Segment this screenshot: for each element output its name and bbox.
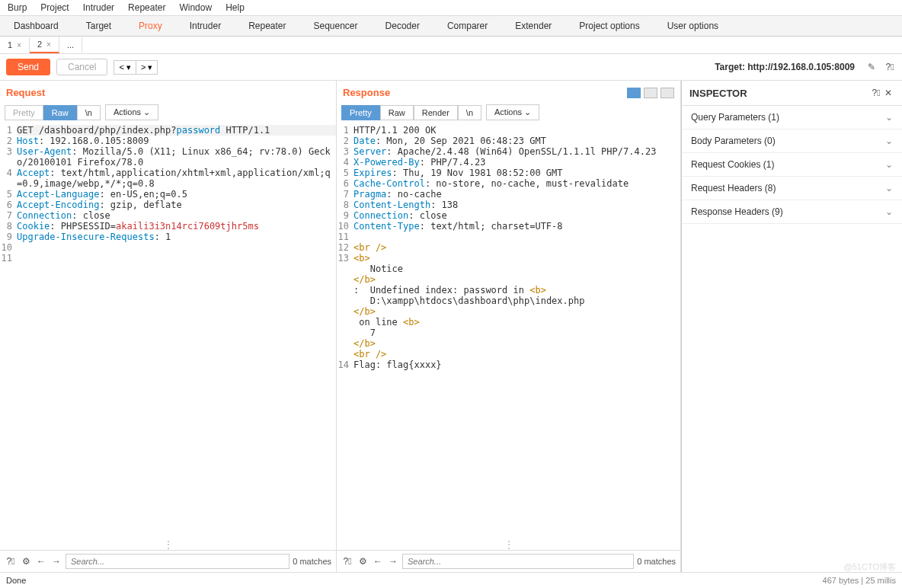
line-number: 5 [337, 168, 353, 178]
line-number: 5 [0, 189, 17, 200]
close-icon[interactable]: ✕ [882, 87, 894, 99]
help-icon[interactable]: ?⃝ [5, 555, 17, 567]
repeater-tab[interactable]: ... [59, 37, 82, 53]
line-number: 10 [337, 221, 353, 232]
line-number: 9 [0, 232, 17, 242]
line-number [337, 306, 353, 317]
inspector-section[interactable]: Request Headers (8)⌄ [682, 177, 902, 200]
repeater-tab[interactable]: 2× [30, 37, 59, 53]
response-search-input[interactable] [402, 554, 634, 569]
tool-tab-sequencer[interactable]: Sequencer [300, 16, 372, 36]
line-number: 3 [0, 146, 17, 168]
resize-handle[interactable]: ⋮ [0, 539, 336, 550]
view-tab[interactable]: \n [458, 105, 481, 120]
line-number: 11 [337, 232, 353, 242]
menu-project[interactable]: Project [40, 2, 69, 13]
tool-tab-dashboard[interactable]: Dashboard [0, 16, 72, 36]
menu-burp[interactable]: Burp [8, 2, 27, 13]
repeater-tabs: 1×2×... [0, 37, 902, 54]
tool-tabs: DashboardTargetProxyIntruderRepeaterSequ… [0, 16, 902, 37]
inspector-section[interactable]: Query Parameters (1)⌄ [682, 106, 902, 129]
status-bar: Done 467 bytes | 25 millis [0, 572, 902, 588]
line-number: 1 [337, 125, 353, 136]
response-match-count: 0 matches [637, 557, 676, 566]
line-number: 2 [337, 136, 353, 146]
repeater-tab[interactable]: 1× [0, 37, 30, 53]
line-number [337, 264, 353, 274]
gear-icon[interactable]: ⚙ [20, 555, 32, 567]
tool-tab-proxy[interactable]: Proxy [125, 16, 176, 36]
line-number: 14 [337, 360, 353, 370]
view-tab[interactable]: Raw [380, 105, 414, 120]
cancel-button[interactable]: Cancel [56, 59, 107, 75]
view-tab[interactable]: Pretty [341, 105, 380, 120]
actions-menu[interactable]: Actions ⌄ [486, 104, 539, 120]
layout-single-icon[interactable] [661, 88, 674, 98]
status-right: 467 bytes | 25 millis [823, 576, 896, 585]
tool-tab-comparer[interactable]: Comparer [433, 16, 501, 36]
nav-next-icon[interactable]: → [387, 555, 399, 567]
line-number: 1 [0, 125, 17, 136]
target-label: Target: http://192.168.0.105:8009 [715, 62, 855, 72]
line-number: 13 [337, 253, 353, 264]
nav-next-icon[interactable]: → [50, 555, 62, 567]
line-number: 3 [337, 146, 353, 157]
line-number [337, 285, 353, 296]
request-search-input[interactable] [66, 554, 289, 569]
layout-horiz-icon[interactable] [644, 88, 657, 98]
layout-split-icon[interactable] [627, 88, 641, 98]
view-tab[interactable]: Pretty [5, 105, 43, 120]
tool-tab-repeater[interactable]: Repeater [235, 16, 299, 36]
help-icon[interactable]: ?⃝ [884, 61, 896, 73]
inspector-panel: INSPECTOR ?⃝ ✕ Query Parameters (1)⌄Body… [681, 81, 902, 572]
view-tab[interactable]: \n [77, 105, 101, 120]
request-match-count: 0 matches [293, 557, 331, 566]
request-editor[interactable]: 1GET /dashboard/php/index.php?password H… [0, 123, 336, 539]
tool-tab-project-options[interactable]: Project options [565, 16, 653, 36]
line-number: 12 [337, 242, 353, 253]
line-number [337, 328, 353, 338]
inspector-section[interactable]: Response Headers (9)⌄ [682, 200, 902, 224]
help-icon[interactable]: ?⃝ [870, 87, 882, 99]
line-number: 2 [0, 136, 17, 146]
view-tab[interactable]: Render [414, 105, 458, 120]
line-number: 6 [0, 200, 17, 210]
menu-repeater[interactable]: Repeater [128, 2, 165, 13]
line-number: 4 [337, 157, 353, 168]
line-number [337, 338, 353, 349]
tool-tab-target[interactable]: Target [72, 16, 125, 36]
menu-help[interactable]: Help [226, 2, 245, 13]
view-tab[interactable]: Raw [43, 105, 77, 120]
chevron-down-icon: ⌄ [885, 136, 893, 146]
tool-tab-decoder[interactable]: Decoder [372, 16, 433, 36]
menu-bar: BurpProjectIntruderRepeaterWindowHelp [0, 0, 902, 16]
line-number: 8 [0, 221, 17, 232]
close-icon[interactable]: × [46, 40, 51, 49]
edit-target-icon[interactable]: ✎ [865, 61, 878, 73]
inspector-title: INSPECTOR [689, 88, 747, 99]
tool-tab-extender[interactable]: Extender [501, 16, 565, 36]
help-icon[interactable]: ?⃝ [341, 555, 353, 567]
tool-tab-intruder[interactable]: Intruder [176, 16, 235, 36]
history-back-button[interactable]: < ▾ [114, 60, 135, 75]
actions-menu[interactable]: Actions ⌄ [105, 104, 158, 120]
line-number: 8 [337, 200, 353, 210]
response-title: Response [343, 87, 390, 98]
line-number: 7 [0, 210, 17, 221]
line-number: 10 [0, 242, 17, 253]
gear-icon[interactable]: ⚙ [357, 555, 369, 567]
inspector-section[interactable]: Body Parameters (0)⌄ [682, 129, 902, 153]
send-button[interactable]: Send [6, 59, 50, 75]
menu-intruder[interactable]: Intruder [83, 2, 114, 13]
line-number: 6 [337, 178, 353, 189]
chevron-down-icon: ⌄ [885, 159, 893, 170]
close-icon[interactable]: × [17, 41, 21, 50]
resize-handle[interactable]: ⋮ [337, 539, 680, 550]
tool-tab-user-options[interactable]: User options [654, 16, 732, 36]
response-viewer[interactable]: 1HTTP/1.1 200 OK2Date: Mon, 20 Sep 2021 … [337, 123, 680, 539]
history-fwd-button[interactable]: > ▾ [136, 60, 158, 75]
menu-window[interactable]: Window [179, 2, 212, 13]
inspector-section[interactable]: Request Cookies (1)⌄ [682, 153, 902, 177]
nav-prev-icon[interactable]: ← [35, 555, 47, 567]
nav-prev-icon[interactable]: ← [372, 555, 384, 567]
